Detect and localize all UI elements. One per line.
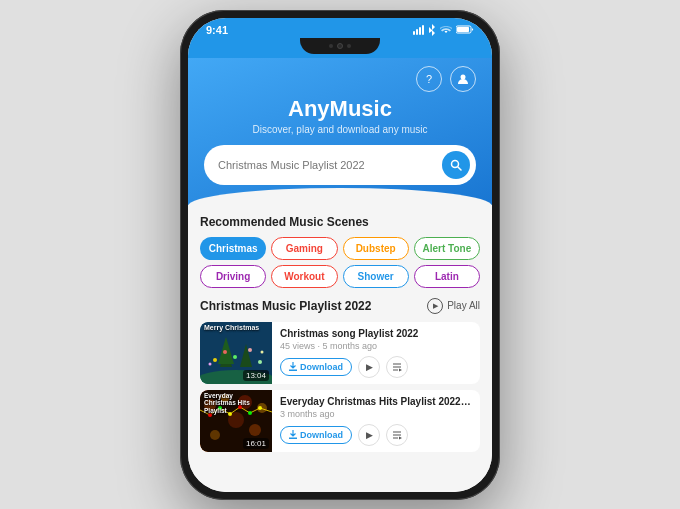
profile-button[interactable] [450, 66, 476, 92]
playlist-header: Christmas Music Playlist 2022 ▶ Play All [200, 298, 480, 314]
song-card-2: 16:01 Everyday Christmas Hits Playlist E… [200, 390, 480, 452]
svg-point-23 [210, 430, 220, 440]
song-info-1: Christmas song Playlist 2022 45 views · … [280, 328, 472, 378]
playlist-title: Christmas Music Playlist 2022 [200, 299, 371, 313]
queue-icon-1 [392, 362, 402, 372]
queue-icon-2 [392, 430, 402, 440]
app-title: AnyMusic [204, 96, 476, 122]
search-icon [450, 159, 462, 171]
song-actions-1: Download ▶ [280, 356, 472, 378]
svg-point-2 [461, 74, 466, 79]
song-actions-2: Download ▶ [280, 424, 472, 446]
svg-marker-31 [399, 436, 402, 439]
svg-point-11 [233, 355, 237, 359]
search-bar [204, 145, 476, 185]
song-thumb-2[interactable]: 16:01 Everyday Christmas Hits Playlist [200, 390, 272, 452]
genre-grid: Christmas Gaming Dubstep Alert Tone Driv… [200, 237, 480, 288]
svg-point-12 [248, 348, 252, 352]
tag-driving[interactable]: Driving [200, 265, 266, 288]
svg-point-22 [249, 424, 261, 436]
song-title-2: Everyday Christmas Hits Playlist 2022 - … [280, 396, 472, 407]
song-meta-1: 45 views · 5 months ago [280, 341, 472, 351]
svg-point-14 [209, 362, 212, 365]
tag-shower[interactable]: Shower [343, 265, 409, 288]
status-time: 9:41 [206, 24, 228, 36]
play-button-1[interactable]: ▶ [358, 356, 380, 378]
notch [188, 38, 492, 58]
svg-point-3 [452, 160, 459, 167]
status-icons [413, 24, 474, 36]
wifi-icon [440, 25, 452, 35]
app-subtitle: Discover, play and download any music [204, 124, 476, 135]
search-input[interactable] [218, 159, 434, 171]
download-icon-2 [289, 430, 297, 439]
svg-point-9 [213, 358, 217, 362]
song-card-1: 13:04 Merry Christmas Christmas song Pla… [200, 322, 480, 384]
tag-gaming[interactable]: Gaming [271, 237, 337, 260]
duration-2: 16:01 [243, 438, 269, 449]
song-meta-2: 3 months ago [280, 409, 472, 419]
tag-alert-tone[interactable]: Alert Tone [414, 237, 480, 260]
download-button-1[interactable]: Download [280, 358, 352, 376]
play-all-icon: ▶ [427, 298, 443, 314]
search-button[interactable] [442, 151, 470, 179]
signal-icon [413, 25, 424, 35]
song-info-2: Everyday Christmas Hits Playlist 2022 - … [280, 396, 472, 446]
hero-icons: ? [204, 66, 476, 92]
download-button-2[interactable]: Download [280, 426, 352, 444]
bluetooth-icon [428, 24, 436, 36]
song-title-1: Christmas song Playlist 2022 [280, 328, 472, 339]
battery-icon [456, 25, 474, 34]
tag-dubstep[interactable]: Dubstep [343, 237, 409, 260]
recommended-title: Recommended Music Scenes [200, 215, 480, 229]
duration-1: 13:04 [243, 370, 269, 381]
hero-section: ? AnyMusic Discover, play and download a… [188, 58, 492, 205]
queue-button-2[interactable] [386, 424, 408, 446]
play-all-button[interactable]: ▶ Play All [427, 298, 480, 314]
svg-point-15 [261, 350, 264, 353]
svg-point-13 [258, 360, 262, 364]
phone-frame: 9:41 [180, 10, 500, 500]
tag-christmas[interactable]: Christmas [200, 237, 266, 260]
tag-latin[interactable]: Latin [414, 265, 480, 288]
thumb-label-1: Merry Christmas [204, 324, 259, 332]
tag-workout[interactable]: Workout [271, 265, 337, 288]
svg-point-10 [223, 350, 227, 354]
help-button[interactable]: ? [416, 66, 442, 92]
status-bar: 9:41 [188, 18, 492, 38]
download-icon-1 [289, 362, 297, 371]
svg-marker-16 [399, 368, 402, 371]
profile-icon [457, 73, 469, 85]
song-thumb-1[interactable]: 13:04 Merry Christmas [200, 322, 272, 384]
thumb-label-2: Everyday Christmas Hits Playlist [204, 392, 266, 415]
svg-rect-1 [457, 27, 469, 32]
queue-button-1[interactable] [386, 356, 408, 378]
play-button-2[interactable]: ▶ [358, 424, 380, 446]
main-content: Recommended Music Scenes Christmas Gamin… [188, 205, 492, 492]
phone-screen: 9:41 [188, 18, 492, 492]
